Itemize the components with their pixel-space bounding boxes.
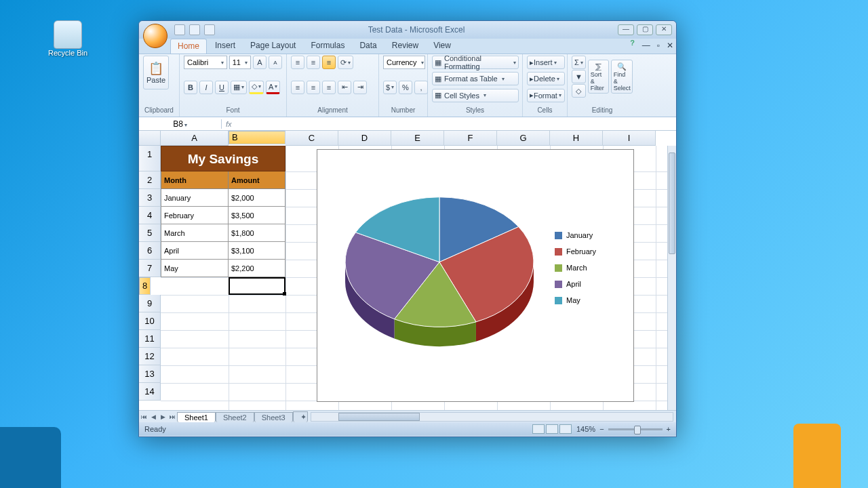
tab-data[interactable]: Data: [353, 39, 383, 54]
column-header[interactable]: H: [550, 131, 603, 146]
table-row[interactable]: May$2,200: [161, 260, 285, 277]
view-normal-icon[interactable]: [532, 424, 545, 434]
row-header[interactable]: 14: [139, 383, 161, 401]
align-center-icon[interactable]: ≡: [307, 81, 320, 94]
new-sheet-icon[interactable]: ✦: [293, 411, 308, 422]
shrink-font-icon[interactable]: A: [269, 56, 282, 69]
row-header[interactable]: 13: [139, 365, 161, 383]
find-select-button[interactable]: 🔍Find & Select: [611, 60, 633, 94]
tab-page-layout[interactable]: Page Layout: [243, 39, 302, 54]
view-pagebreak-icon[interactable]: [559, 424, 572, 434]
doc-minimize-button[interactable]: —: [639, 39, 653, 54]
tab-insert[interactable]: Insert: [208, 39, 242, 54]
bold-button[interactable]: B: [184, 81, 197, 94]
help-icon[interactable]: ?: [627, 39, 638, 54]
grow-font-icon[interactable]: A: [253, 56, 267, 69]
row-header[interactable]: 6: [139, 242, 161, 260]
increase-indent-icon[interactable]: ⇥: [353, 81, 367, 94]
row-header[interactable]: 2: [139, 171, 161, 189]
align-middle-icon[interactable]: ≡: [307, 56, 320, 69]
orientation-icon[interactable]: ⟳: [338, 56, 353, 69]
table-row[interactable]: April$3,100: [161, 242, 285, 260]
office-button[interactable]: [143, 24, 167, 48]
sheet-nav-first[interactable]: ⏮: [139, 413, 149, 420]
autosum-icon[interactable]: Σ: [572, 56, 586, 69]
table-row[interactable]: January$2,000: [161, 189, 285, 207]
clear-icon[interactable]: ◇: [572, 84, 586, 98]
sort-filter-button[interactable]: ⅀Sort & Filter: [588, 60, 610, 94]
format-as-table-button[interactable]: ▦ Format as Table: [432, 72, 519, 85]
doc-close-button[interactable]: ✕: [664, 39, 676, 54]
row-header[interactable]: 10: [139, 312, 161, 330]
conditional-formatting-button[interactable]: ▦ Conditional Formatting: [432, 56, 519, 69]
header-amount[interactable]: Amount: [229, 171, 285, 189]
close-button[interactable]: ✕: [656, 24, 672, 35]
zoom-slider[interactable]: [608, 428, 663, 430]
font-color-button[interactable]: A: [266, 81, 280, 94]
paste-button[interactable]: 📋Paste: [143, 56, 169, 89]
percent-icon[interactable]: %: [399, 81, 412, 94]
column-header[interactable]: B: [229, 131, 285, 144]
row-header[interactable]: 8: [139, 277, 151, 295]
row-header[interactable]: 5: [139, 224, 161, 242]
tab-view[interactable]: View: [427, 39, 458, 54]
table-row[interactable]: March$1,800: [161, 224, 285, 242]
tab-formulas[interactable]: Formulas: [304, 39, 351, 54]
border-button[interactable]: ▦: [231, 81, 247, 94]
header-month[interactable]: Month: [161, 171, 229, 189]
row-header[interactable]: 1: [139, 146, 161, 171]
number-format-select[interactable]: Currency: [383, 56, 425, 69]
column-header[interactable]: C: [285, 131, 338, 146]
italic-button[interactable]: I: [199, 81, 213, 94]
sheet-nav-prev[interactable]: ◀: [149, 413, 158, 420]
sheet-tab-1[interactable]: Sheet1: [177, 412, 216, 422]
column-header[interactable]: D: [338, 131, 391, 146]
column-header[interactable]: I: [603, 131, 656, 146]
row-header[interactable]: 7: [139, 260, 161, 277]
maximize-button[interactable]: ▢: [637, 24, 653, 35]
comma-icon[interactable]: ,: [414, 81, 428, 94]
align-right-icon[interactable]: ≡: [322, 81, 336, 94]
redo-icon[interactable]: [204, 24, 215, 35]
fill-icon[interactable]: ▼: [572, 70, 586, 83]
insert-cells-button[interactable]: ▸Insert: [527, 56, 565, 69]
doc-restore-button[interactable]: ▫: [654, 39, 663, 54]
minimize-button[interactable]: —: [618, 24, 634, 35]
format-cells-button[interactable]: ▸Format: [527, 89, 565, 102]
cell-styles-button[interactable]: ▦ Cell Styles: [432, 89, 519, 102]
zoom-in-icon[interactable]: +: [667, 425, 671, 433]
font-size-select[interactable]: 11: [229, 56, 251, 69]
column-header[interactable]: F: [444, 131, 497, 146]
align-left-icon[interactable]: ≡: [291, 81, 304, 94]
tab-review[interactable]: Review: [385, 39, 425, 54]
table-title[interactable]: My Savings: [161, 146, 285, 171]
column-header[interactable]: E: [391, 131, 444, 146]
vertical-scrollbar[interactable]: [667, 146, 676, 410]
table-row[interactable]: February$3,500: [161, 207, 285, 224]
recycle-bin-icon[interactable]: Recycle Bin: [47, 20, 88, 57]
zoom-out-icon[interactable]: −: [599, 425, 604, 433]
sheet-tab-2[interactable]: Sheet2: [216, 412, 254, 422]
tab-home[interactable]: Home: [170, 39, 207, 54]
fx-icon[interactable]: fx: [222, 120, 236, 128]
row-header[interactable]: 3: [139, 189, 161, 207]
row-header[interactable]: 11: [139, 330, 161, 348]
decrease-indent-icon[interactable]: ⇤: [338, 81, 351, 94]
delete-cells-button[interactable]: ▸Delete: [527, 72, 565, 85]
zoom-level[interactable]: 145%: [576, 425, 595, 433]
pie-chart[interactable]: JanuaryFebruaryMarchAprilMay: [317, 149, 634, 402]
align-bottom-icon[interactable]: ≡: [322, 56, 336, 69]
row-header[interactable]: 4: [139, 207, 161, 224]
underline-button[interactable]: U: [215, 81, 229, 94]
row-header[interactable]: 9: [139, 295, 161, 312]
align-top-icon[interactable]: ≡: [291, 56, 304, 69]
font-name-select[interactable]: Calibri: [184, 56, 227, 69]
column-header[interactable]: G: [497, 131, 550, 146]
sheet-nav-last[interactable]: ⏭: [167, 413, 177, 420]
undo-icon[interactable]: [189, 24, 200, 35]
save-icon[interactable]: [174, 24, 185, 35]
column-header[interactable]: A: [161, 131, 229, 146]
name-box[interactable]: B8: [139, 119, 222, 129]
view-layout-icon[interactable]: [546, 424, 558, 434]
sheet-tab-3[interactable]: Sheet3: [254, 412, 293, 422]
